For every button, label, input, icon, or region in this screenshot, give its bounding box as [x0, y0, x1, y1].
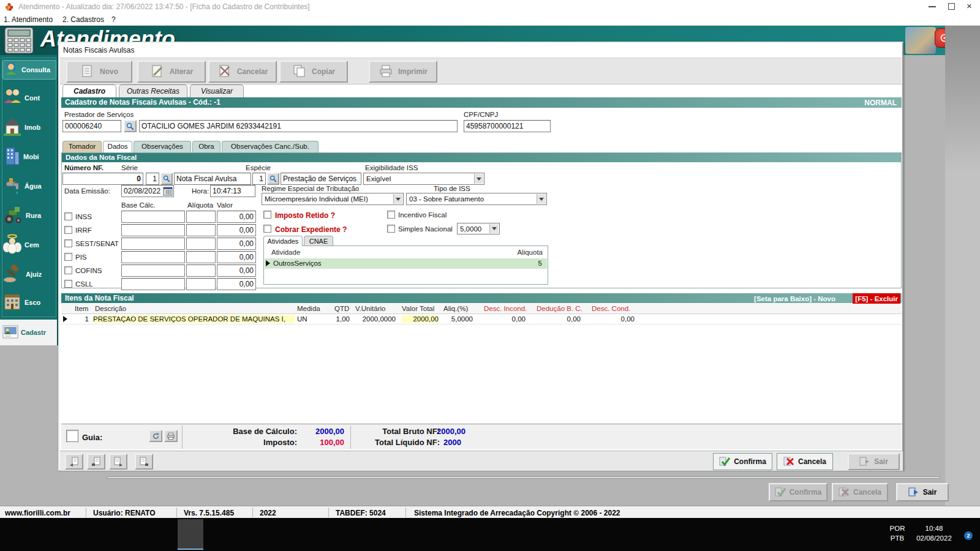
guia-refresh-button[interactable]: [149, 430, 162, 442]
tab-dados[interactable]: Dados: [103, 141, 132, 152]
serie-desc-input[interactable]: [174, 173, 251, 185]
cobrar-expediente-checkbox[interactable]: [263, 225, 271, 233]
irrf-valor-input[interactable]: [217, 224, 256, 236]
tab-atividades[interactable]: Atividades: [263, 236, 303, 246]
sidebar-item-mobiliario[interactable]: Mobi: [2, 143, 56, 170]
sidebar-item-cemiterio[interactable]: Cem: [2, 231, 56, 258]
regime-select[interactable]: Microempresário Individual (MEI): [262, 193, 404, 205]
guia-checkbox[interactable]: [66, 430, 78, 442]
sidebar-item-escola[interactable]: Esco: [2, 290, 56, 315]
especie-num-input[interactable]: [252, 173, 266, 185]
sidebar-item-ajuizamento[interactable]: Ajuiz: [2, 261, 56, 288]
sidebar-item-rural[interactable]: Rura: [2, 202, 56, 229]
prestador-search-button[interactable]: [124, 120, 137, 132]
csll-checkbox[interactable]: [64, 280, 72, 288]
pis-checkbox[interactable]: [64, 253, 72, 261]
pis-base-input[interactable]: [121, 251, 185, 263]
sest-aliquota-input[interactable]: [186, 238, 216, 250]
incentivo-checkbox[interactable]: [387, 211, 395, 219]
nav-prev-button[interactable]: [87, 454, 105, 470]
close-button[interactable]: ×: [967, 1, 972, 11]
csll-base-input[interactable]: [121, 278, 185, 290]
tab-tomador[interactable]: Tomador: [62, 141, 102, 152]
itens-table-row[interactable]: 1 PRESTAÇAO DE SERVIÇOS OPERADOR DE MAQU…: [61, 314, 902, 324]
sest-base-input[interactable]: [121, 238, 185, 250]
tab-cnae[interactable]: CNAE: [304, 236, 333, 246]
itens-hint-novo: [Seta para Baixo] - Novo: [754, 294, 835, 304]
csll-valor-input[interactable]: [217, 278, 256, 290]
outer-sair-button[interactable]: Sair: [896, 483, 949, 501]
maximize-button[interactable]: [948, 3, 955, 10]
menu-atendimento[interactable]: 1. Atendimento: [4, 15, 53, 24]
inss-base-input[interactable]: [121, 211, 185, 223]
hora-input[interactable]: [210, 185, 255, 197]
tab-observacoes[interactable]: Observações: [134, 141, 191, 152]
nav-last-button[interactable]: [135, 454, 153, 470]
inss-checkbox[interactable]: [64, 212, 72, 220]
col-valortotal: Valor Total: [402, 305, 434, 312]
sest-valor-input[interactable]: [217, 238, 256, 250]
tab-obra[interactable]: Obra: [192, 141, 221, 152]
sidebar-item-agua[interactable]: Água: [2, 173, 56, 200]
select-value: Exigível: [366, 175, 391, 182]
tab-observacoes-canc[interactable]: Observações Canc./Sub.: [222, 141, 318, 152]
atividade-row[interactable]: OutrosServiços 5: [265, 258, 547, 269]
especie-desc-input[interactable]: [281, 173, 361, 185]
tipo-iss-select[interactable]: 03 - Sobre Faturamento: [406, 193, 547, 205]
cpf-input[interactable]: [464, 120, 551, 132]
imposto-retido-checkbox[interactable]: [263, 211, 271, 219]
minimize-button[interactable]: [929, 6, 936, 7]
cofins-checkbox[interactable]: [64, 266, 72, 274]
tab-outras-receitas[interactable]: Outras Receitas: [119, 84, 187, 97]
especie-search-button[interactable]: [267, 173, 279, 185]
sest-checkbox[interactable]: [64, 239, 72, 247]
alterar-button[interactable]: Alterar: [137, 61, 206, 83]
nav-next-button[interactable]: [109, 454, 127, 470]
exigibilidade-select[interactable]: Exigível: [363, 173, 484, 185]
sidebar-item-contribuinte[interactable]: Cont: [2, 84, 56, 111]
cancelar-button[interactable]: Cancelar: [208, 61, 277, 83]
simples-checkbox[interactable]: [387, 225, 395, 233]
cofins-base-input[interactable]: [121, 264, 185, 277]
tray-clock[interactable]: 10:48 02/08/2022: [913, 523, 956, 543]
serie-search-button[interactable]: [160, 173, 173, 185]
novo-button[interactable]: Novo: [66, 61, 132, 83]
inss-aliquota-input[interactable]: [186, 211, 216, 223]
imprimir-button[interactable]: Imprimir: [369, 61, 437, 83]
cofins-valor-input[interactable]: [217, 264, 256, 277]
prestador-name-input[interactable]: [139, 120, 458, 132]
numero-input[interactable]: [62, 173, 143, 185]
outer-confirma-button[interactable]: Confirma: [769, 483, 827, 501]
confirma-button[interactable]: Confirma: [713, 453, 772, 470]
guia-print-button[interactable]: [164, 430, 178, 442]
cancela-button[interactable]: Cancela: [777, 453, 833, 470]
itens-hint-excluir: [F5] - Excluir: [853, 293, 900, 304]
serie-label: Série: [121, 164, 138, 171]
irrf-base-input[interactable]: [121, 224, 185, 236]
people-icon: [2, 87, 22, 109]
irrf-aliquota-input[interactable]: [186, 224, 216, 236]
menu-cadastros[interactable]: 2. Cadastros: [62, 15, 104, 24]
calendar-icon[interactable]: [163, 186, 173, 198]
pis-aliquota-input[interactable]: [186, 251, 216, 263]
serie-num-input[interactable]: [146, 173, 159, 185]
prestador-code-input[interactable]: [62, 120, 121, 132]
tray-language[interactable]: POR PTB: [887, 523, 908, 543]
inss-valor-input[interactable]: [217, 211, 256, 223]
nav-first-button[interactable]: [65, 454, 83, 470]
outer-cancela-button[interactable]: Cancela: [832, 483, 888, 501]
sidebar-item-consulta[interactable]: Consulta: [2, 60, 56, 80]
menu-help[interactable]: ?: [111, 15, 116, 24]
sidebar-item-cadastro[interactable]: Cadastr: [2, 323, 56, 342]
sidebar-item-imobiliario[interactable]: Imob: [2, 114, 56, 141]
search-icon: [163, 175, 170, 182]
simples-select[interactable]: 5,0000: [457, 223, 500, 234]
tab-cadastro[interactable]: Cadastro: [62, 84, 116, 97]
pis-valor-input[interactable]: [217, 251, 256, 263]
csll-aliquota-input[interactable]: [186, 278, 216, 290]
cofins-aliquota-input[interactable]: [186, 264, 216, 277]
irrf-checkbox[interactable]: [64, 226, 72, 234]
tab-visualizar[interactable]: Visualizar: [190, 84, 244, 97]
copiar-button[interactable]: Copiar: [279, 61, 348, 83]
sair-button[interactable]: Sair: [848, 453, 900, 470]
